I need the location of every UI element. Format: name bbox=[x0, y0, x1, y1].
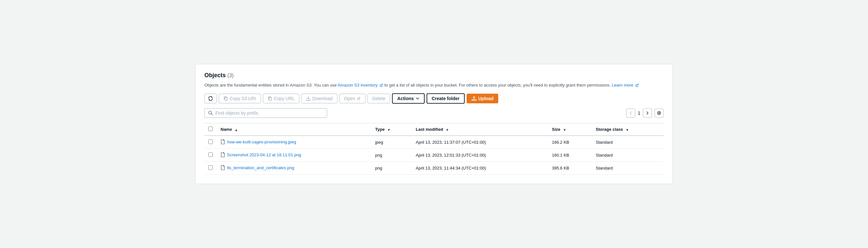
search-row: 1 bbox=[205, 108, 663, 118]
refresh-icon bbox=[208, 96, 213, 101]
toolbar: Copy S3 URI Copy URL Download Open bbox=[205, 93, 663, 104]
search-input[interactable] bbox=[215, 111, 323, 116]
upload-icon bbox=[471, 96, 476, 101]
page-number: 1 bbox=[638, 111, 640, 116]
row-checkbox-cell[interactable] bbox=[205, 162, 217, 175]
learn-more-link[interactable]: Learn more bbox=[612, 83, 639, 88]
next-page-button[interactable] bbox=[643, 108, 652, 118]
objects-table-wrapper: Name ▲ Type ▼ Last modified ▼ Size ▼ bbox=[205, 123, 663, 175]
col-header-storage-class[interactable]: Storage class ▼ bbox=[592, 123, 663, 135]
row-checkbox-cell[interactable] bbox=[205, 135, 217, 149]
row-type: png bbox=[371, 149, 412, 162]
col-header-last-modified[interactable]: Last modified ▼ bbox=[412, 123, 548, 135]
download-icon bbox=[306, 96, 311, 101]
object-count: (3) bbox=[227, 73, 234, 78]
svg-point-4 bbox=[657, 112, 661, 115]
select-all-checkbox[interactable] bbox=[208, 127, 213, 131]
row-checkbox[interactable] bbox=[208, 140, 213, 144]
objects-panel: Objects (3) Objects are the fundamental … bbox=[195, 64, 673, 184]
sort-asc-icon: ▲ bbox=[235, 128, 238, 132]
copy-url-button[interactable]: Copy URL bbox=[263, 94, 300, 103]
sort-icon-last-modified: ▼ bbox=[445, 128, 449, 132]
chevron-down-icon bbox=[415, 97, 420, 100]
s3-inventory-link[interactable]: Amazon S3 inventory bbox=[338, 83, 384, 88]
sort-icon-type: ▼ bbox=[387, 128, 391, 132]
file-icon bbox=[221, 152, 225, 157]
pagination-settings-button[interactable] bbox=[655, 108, 663, 118]
svg-point-3 bbox=[209, 111, 212, 114]
row-size: 160.1 KB bbox=[548, 149, 592, 162]
row-checkbox[interactable] bbox=[208, 152, 213, 157]
col-header-size[interactable]: Size ▼ bbox=[548, 123, 592, 135]
row-type: png bbox=[371, 162, 412, 175]
actions-button[interactable]: Actions bbox=[392, 93, 424, 104]
copy-icon bbox=[223, 96, 228, 101]
open-external-icon bbox=[357, 97, 361, 100]
svg-rect-0 bbox=[225, 97, 227, 100]
row-checkbox-cell[interactable] bbox=[205, 149, 217, 162]
download-button[interactable]: Download bbox=[301, 94, 337, 103]
table-row: how-we-built-cages-provisioning.jpeg jpe… bbox=[205, 135, 663, 149]
row-name: how-we-built-cages-provisioning.jpeg bbox=[217, 135, 371, 149]
table-row: Screenshot 2023-04-12 at 18.11.01.png pn… bbox=[205, 149, 663, 162]
refresh-button[interactable] bbox=[205, 94, 217, 103]
select-all-cell[interactable] bbox=[205, 123, 217, 135]
file-icon bbox=[221, 139, 225, 144]
settings-icon bbox=[657, 111, 661, 115]
file-link[interactable]: tls_termination_and_certificates.png bbox=[227, 165, 294, 170]
file-icon bbox=[221, 165, 225, 170]
section-title: Objects (3) bbox=[205, 72, 663, 79]
row-checkbox[interactable] bbox=[208, 165, 213, 170]
file-link[interactable]: Screenshot 2023-04-12 at 18.11.01.png bbox=[227, 152, 301, 157]
col-header-type[interactable]: Type ▼ bbox=[371, 123, 412, 135]
table-header-row: Name ▲ Type ▼ Last modified ▼ Size ▼ bbox=[205, 123, 663, 135]
row-size: 395.6 KB bbox=[548, 162, 592, 175]
external-link-icon-2 bbox=[635, 83, 639, 87]
external-link-icon bbox=[379, 83, 383, 87]
upload-button[interactable]: Upload bbox=[467, 94, 498, 103]
sort-icon-size: ▼ bbox=[563, 128, 566, 132]
row-last-modified: April 13, 2023, 11:37:07 (UTC+01:00) bbox=[412, 135, 548, 149]
chevron-left-icon bbox=[629, 111, 632, 115]
delete-button[interactable]: Delete bbox=[368, 94, 390, 103]
svg-point-5 bbox=[658, 113, 660, 114]
row-name: Screenshot 2023-04-12 at 18.11.01.png bbox=[217, 149, 371, 162]
row-type: jpeg bbox=[371, 135, 412, 149]
section-description: Objects are the fundamental entities sto… bbox=[205, 82, 663, 89]
row-last-modified: April 13, 2023, 12:01:33 (UTC+01:00) bbox=[412, 149, 548, 162]
row-storage-class: Standard bbox=[592, 162, 663, 175]
col-header-name[interactable]: Name ▲ bbox=[217, 123, 371, 135]
create-folder-button[interactable]: Create folder bbox=[427, 93, 465, 104]
pagination-controls: 1 bbox=[626, 108, 663, 118]
search-box-container bbox=[205, 108, 327, 118]
row-name: tls_termination_and_certificates.png bbox=[217, 162, 371, 175]
chevron-right-icon bbox=[646, 111, 649, 115]
search-icon bbox=[208, 111, 213, 116]
copy-url-icon bbox=[268, 96, 272, 101]
copy-s3-uri-button[interactable]: Copy S3 URI bbox=[219, 94, 261, 103]
row-last-modified: April 13, 2023, 11:44:34 (UTC+01:00) bbox=[412, 162, 548, 175]
sort-icon-storage-class: ▼ bbox=[625, 128, 629, 132]
open-button[interactable]: Open bbox=[339, 94, 366, 103]
prev-page-button[interactable] bbox=[626, 108, 635, 118]
row-size: 166.2 KB bbox=[548, 135, 592, 149]
svg-rect-1 bbox=[269, 97, 272, 100]
table-row: tls_termination_and_certificates.png png… bbox=[205, 162, 663, 175]
svg-rect-2 bbox=[472, 99, 476, 100]
row-storage-class: Standard bbox=[592, 149, 663, 162]
row-storage-class: Standard bbox=[592, 135, 663, 149]
objects-table: Name ▲ Type ▼ Last modified ▼ Size ▼ bbox=[205, 123, 663, 175]
file-link[interactable]: how-we-built-cages-provisioning.jpeg bbox=[227, 140, 296, 144]
